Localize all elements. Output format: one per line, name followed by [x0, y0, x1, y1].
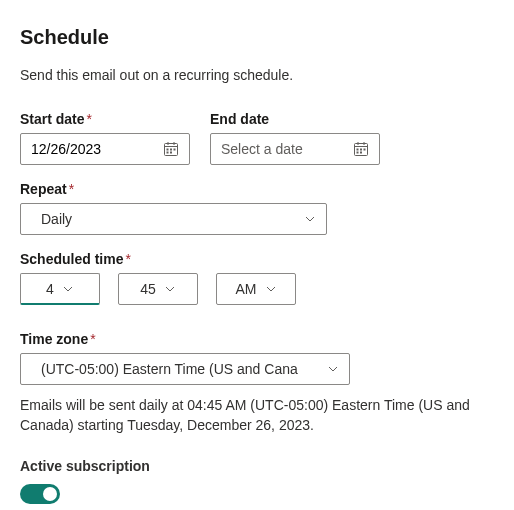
- repeat-value: Daily: [41, 211, 304, 227]
- start-date-input[interactable]: [21, 134, 157, 164]
- ampm-select[interactable]: AM: [216, 273, 296, 305]
- subtitle-text: Send this email out on a recurring sched…: [20, 67, 494, 83]
- minute-value: 45: [140, 281, 156, 297]
- minute-select[interactable]: 45: [118, 273, 198, 305]
- active-subscription-toggle[interactable]: [20, 484, 60, 504]
- active-subscription-label: Active subscription: [20, 458, 494, 474]
- repeat-label: Repeat*: [20, 181, 494, 197]
- end-date-label: End date: [210, 111, 380, 127]
- end-date-input-wrap[interactable]: [210, 133, 380, 165]
- chevron-down-icon: [304, 213, 316, 225]
- svg-rect-4: [167, 149, 169, 151]
- start-date-label: Start date*: [20, 111, 190, 127]
- svg-rect-17: [360, 152, 362, 154]
- start-date-input-wrap[interactable]: [20, 133, 190, 165]
- svg-rect-16: [357, 152, 359, 154]
- scheduled-time-label: Scheduled time*: [20, 251, 494, 267]
- hour-value: 4: [46, 281, 54, 297]
- start-date-field: Start date*: [20, 111, 190, 165]
- calendar-icon[interactable]: [157, 141, 185, 157]
- chevron-down-icon: [327, 363, 339, 375]
- chevron-down-icon: [164, 283, 176, 295]
- chevron-down-icon: [265, 283, 277, 295]
- svg-rect-8: [170, 152, 172, 154]
- svg-rect-14: [360, 149, 362, 151]
- active-subscription-row: Active subscription: [20, 458, 494, 504]
- svg-rect-13: [357, 149, 359, 151]
- repeat-select[interactable]: Daily: [20, 203, 327, 235]
- end-date-input[interactable]: [211, 134, 347, 164]
- svg-rect-15: [364, 149, 366, 151]
- scheduled-time-field: Scheduled time* 4 45 AM: [20, 251, 494, 321]
- timezone-field: Time zone* (UTC-05:00) Eastern Time (US …: [20, 331, 494, 385]
- required-asterisk: *: [125, 251, 130, 267]
- chevron-down-icon: [62, 283, 74, 295]
- svg-rect-6: [174, 149, 176, 151]
- end-date-field: End date: [210, 111, 380, 165]
- hour-select[interactable]: 4: [20, 273, 100, 305]
- timezone-value: (UTC-05:00) Eastern Time (US and Cana: [41, 361, 327, 377]
- required-asterisk: *: [87, 111, 92, 127]
- repeat-field: Repeat* Daily: [20, 181, 494, 235]
- schedule-summary: Emails will be sent daily at 04:45 AM (U…: [20, 395, 494, 436]
- svg-rect-5: [170, 149, 172, 151]
- ampm-value: AM: [236, 281, 257, 297]
- timezone-select[interactable]: (UTC-05:00) Eastern Time (US and Cana: [20, 353, 350, 385]
- toggle-knob: [43, 487, 57, 501]
- svg-rect-7: [167, 152, 169, 154]
- required-asterisk: *: [69, 181, 74, 197]
- page-title: Schedule: [20, 26, 494, 49]
- calendar-icon[interactable]: [347, 141, 375, 157]
- timezone-label: Time zone*: [20, 331, 494, 347]
- required-asterisk: *: [90, 331, 95, 347]
